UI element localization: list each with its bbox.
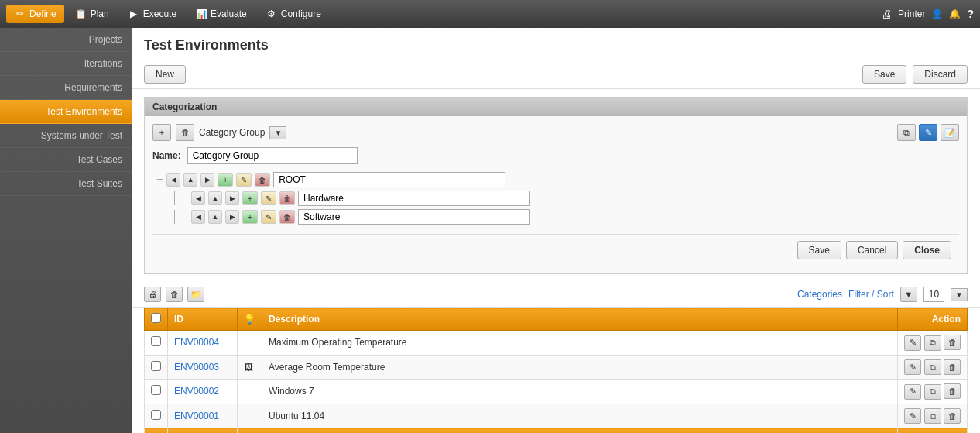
tree-add-software[interactable]: + [242,210,258,224]
nav-execute[interactable]: Execute [120,5,184,23]
main-content: Test Environments New Save Discard Categ… [132,28,980,433]
category-group-dropdown[interactable]: ▼ [269,126,286,139]
sidebar-item-requirements[interactable]: Requirements [0,76,132,100]
main-layout: Projects Iterations Requirements Test En… [0,28,980,433]
new-button-top[interactable]: New [144,65,186,84]
sidebar-item-test-environments[interactable]: Test Environments [0,100,132,124]
tree-hardware-input[interactable] [298,191,530,206]
printer-label: Printer [898,9,925,19]
cat-cancel-btn[interactable]: Cancel [846,241,898,259]
row-delete-btn[interactable]: 🗑 [944,408,961,424]
row-copy-btn[interactable]: ⧉ [924,408,941,424]
row-checkbox [145,404,168,428]
user-icon[interactable] [931,9,943,19]
save-button-top[interactable]: Save [862,65,906,84]
row-copy-btn[interactable]: ⧉ [924,359,941,375]
tree-add-hardware[interactable]: + [242,191,258,205]
tree-edit-hardware[interactable]: ✎ [261,191,276,205]
sidebar-item-test-cases[interactable]: Test Cases [0,148,132,172]
row-checkbox [145,355,168,380]
row-delete-btn[interactable]: 🗑 [944,383,961,399]
tree-edit-software[interactable]: ✎ [261,210,276,224]
nav-configure[interactable]: Configure [258,5,329,23]
tree-up-root[interactable]: ▲ [183,173,197,187]
env-id-link[interactable]: ENV00003 [174,362,219,373]
printer-icon[interactable] [881,8,892,20]
row-action: ✎ ⧉ 🗑 [898,355,968,380]
tree-root-input[interactable] [273,172,505,187]
sidebar-item-projects[interactable]: Projects [0,28,132,52]
tree-delete-hardware[interactable]: 🗑 [279,191,295,205]
select-all-checkbox[interactable] [151,313,161,323]
help-icon[interactable]: ? [967,8,974,20]
tree-down-hardware[interactable]: ▶ [225,191,239,205]
tree-up-hardware[interactable]: ▲ [208,191,222,205]
tree-software-input[interactable] [298,209,530,225]
row-id: ENV00003 [168,355,238,380]
table-folder-btn[interactable]: 📁 [187,287,204,302]
row-copy-btn[interactable]: ⧉ [924,335,941,351]
nav-evaluate[interactable]: Evaluate [187,5,255,23]
sidebar-item-test-suites[interactable]: Test Suites [0,172,132,196]
nav-define[interactable]: Define [6,5,64,23]
row-select[interactable] [151,361,161,371]
add-category-group-btn[interactable]: + [152,124,171,141]
tree-down-software[interactable]: ▶ [225,210,239,224]
nav-plan[interactable]: Plan [67,5,117,23]
footer-col-checkbox [145,428,168,434]
page-size-dropdown[interactable]: ▼ [951,288,968,301]
row-copy-btn[interactable]: ⧉ [924,384,941,400]
env-id-link[interactable]: ENV00001 [174,411,219,421]
name-field-input[interactable] [187,147,358,164]
row-edit-btn[interactable]: ✎ [904,335,921,351]
cat-close-btn[interactable]: Close [903,241,951,259]
tree-up-software[interactable]: ▲ [208,210,222,224]
categories-link[interactable]: Categories [797,289,842,300]
table-row: ENV00002 Windows 7 ✎ ⧉ 🗑 [145,380,968,404]
tree-left-hardware[interactable]: ◀ [191,191,205,205]
tree-delete-software[interactable]: 🗑 [279,210,295,224]
tree-indent-hardware [174,191,187,205]
tree-left-software[interactable]: ◀ [191,210,205,224]
cat-save-btn[interactable]: Save [797,241,841,259]
tree-down-root[interactable]: ▶ [200,173,214,187]
row-delete-btn[interactable]: 🗑 [944,335,961,350]
tree-delete-root[interactable]: 🗑 [255,173,270,187]
delete-category-group-btn[interactable]: 🗑 [176,124,194,141]
env-id-link[interactable]: ENV00004 [174,337,219,348]
edit-icon-btn[interactable]: ✎ [919,124,937,141]
tree-row-root: ◀ ▲ ▶ + ✎ 🗑 [152,172,959,187]
row-indicator [238,404,262,428]
sidebar-item-iterations[interactable]: Iterations [0,52,132,76]
table-row: ENV00004 Maximum Operating Temperature ✎… [145,331,968,356]
discard-button-top[interactable]: Discard [913,65,968,84]
tree-edit-root[interactable]: ✎ [236,173,252,187]
env-id-link[interactable]: ENV00002 [174,386,219,397]
filter-sort-link[interactable]: Filter / Sort [848,289,894,300]
tree-add-root[interactable]: + [218,173,233,187]
copy-icon-btn[interactable]: ⧉ [897,124,916,141]
row-select[interactable] [151,410,161,420]
note-icon-btn[interactable]: 📝 [941,124,959,141]
category-group-dropdown-label: Category Group [199,127,265,138]
row-edit-btn[interactable]: ✎ [904,384,921,400]
tree-collapse-btn[interactable] [156,174,163,186]
bell-icon[interactable] [949,9,961,19]
tree-left-root[interactable]: ◀ [166,173,180,187]
filter-icon-btn[interactable]: ▼ [900,287,917,302]
table-delete-btn[interactable]: 🗑 [166,287,183,302]
row-select[interactable] [151,336,161,346]
row-id: ENV00001 [168,404,238,428]
row-select[interactable] [151,385,161,395]
row-delete-btn[interactable]: 🗑 [944,359,961,375]
name-row: Name: [152,147,959,164]
row-checkbox [145,331,168,356]
name-field-label: Name: [152,150,181,161]
nav-evaluate-label: Evaluate [211,9,247,19]
page-size-display: 10 [923,287,944,302]
row-edit-btn[interactable]: ✎ [904,408,921,424]
col-description: Description [262,308,898,331]
sidebar-item-systems-under-test[interactable]: Systems under Test [0,124,132,148]
row-edit-btn[interactable]: ✎ [904,359,921,375]
table-print-btn[interactable]: 🖨 [144,287,161,302]
